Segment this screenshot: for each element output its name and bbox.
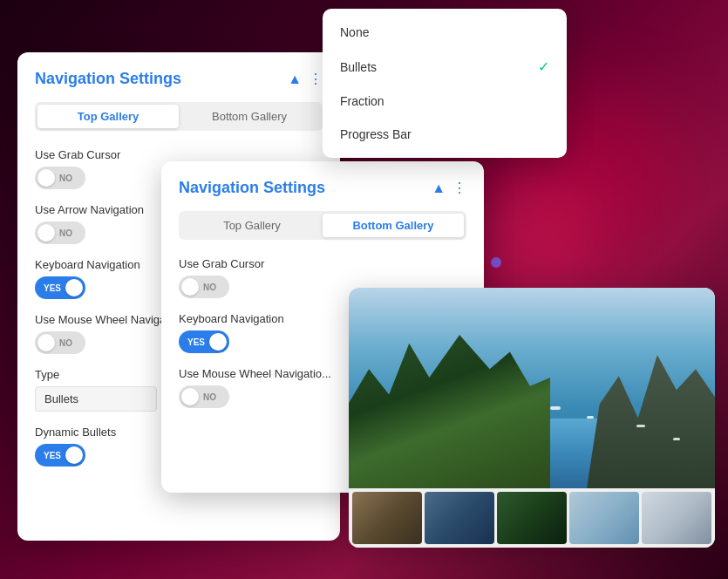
thumbnail-3[interactable] (497, 492, 567, 544)
panel-2-mousewheel-nav-knob (181, 388, 199, 405)
boat-2 (587, 416, 594, 419)
panel-2-grab-cursor-toggle-label: NO (198, 283, 221, 292)
panel-1-grab-cursor-label: Use Grab Cursor (35, 148, 323, 161)
panel-2-header: Navigation Settings ▲ ⋮ (179, 179, 466, 197)
panel-1-grab-cursor-knob (37, 169, 55, 187)
boat-4 (673, 438, 680, 440)
panel-1-tabs: Top Gallery Bottom Gallery (35, 102, 323, 131)
dropdown-item-none-label: None (340, 25, 369, 39)
panel-2-keyboard-nav-knob (209, 333, 227, 351)
panel-1-keyboard-nav-knob (65, 279, 83, 296)
gallery-main-image (349, 288, 715, 488)
panel-2-tab-top-gallery[interactable]: Top Gallery (181, 214, 323, 237)
purple-dot (491, 257, 501, 268)
panel-1-arrow-nav-toggle-label: NO (54, 228, 78, 238)
dropdown-item-progress-bar-label: Progress Bar (340, 127, 412, 141)
boat-1 (550, 406, 561, 410)
background-blob-2 (466, 174, 597, 305)
panel-1-dots-icon[interactable]: ⋮ (309, 71, 323, 87)
panel-2-grab-cursor-toggle[interactable]: NO (179, 276, 229, 298)
image-gallery-panel (349, 288, 715, 548)
dropdown-item-bullets-label: Bullets (340, 60, 377, 74)
panel-2-keyboard-nav-toggle-label: YES (182, 337, 210, 347)
panel-1-tab-bottom-gallery[interactable]: Bottom Gallery (179, 105, 320, 128)
panel-1-icons: ▲ ⋮ (288, 71, 323, 87)
panel-1-chevron-icon[interactable]: ▲ (288, 72, 302, 87)
dropdown-item-bullets[interactable]: Bullets ✓ (323, 49, 567, 85)
panel-2-mousewheel-nav-toggle[interactable]: NO (179, 385, 229, 408)
dropdown-check-icon: ✓ (538, 58, 549, 75)
panel-1-arrow-nav-toggle[interactable]: NO (35, 221, 85, 244)
panel-2-icons: ▲ ⋮ (432, 180, 466, 196)
panel-1-grab-cursor-toggle[interactable]: NO (35, 167, 85, 189)
panel-1-mousewheel-nav-toggle[interactable]: NO (35, 331, 85, 354)
dropdown-item-fraction-label: Fraction (340, 94, 384, 108)
gallery-thumbnails (349, 488, 715, 548)
dropdown-item-none[interactable]: None (323, 16, 567, 49)
panel-2-mousewheel-nav-toggle-label: NO (198, 392, 221, 402)
panel-1-dynamic-bullets-toggle[interactable]: YES (35, 444, 85, 467)
thumbnail-1[interactable] (352, 492, 422, 544)
panel-1-dynamic-bullets-toggle-label: YES (38, 451, 66, 460)
panel-1-dynamic-bullets-knob (65, 446, 83, 464)
cliff-left-layer (349, 318, 550, 489)
panel-2-dots-icon[interactable]: ⋮ (452, 180, 466, 196)
panel-1-mousewheel-nav-toggle-label: NO (54, 338, 78, 348)
thumbnail-2[interactable] (425, 492, 494, 544)
panel-1-grab-cursor-toggle-label: NO (54, 174, 78, 183)
panel-1-type-field[interactable]: Bullets (35, 386, 157, 412)
panel-2-grab-cursor-label: Use Grab Cursor (179, 257, 466, 270)
panel-2-grab-cursor-knob (181, 278, 199, 296)
dropdown-item-fraction[interactable]: Fraction (323, 85, 567, 118)
panel-1-arrow-nav-knob (37, 224, 55, 242)
dropdown-item-progress-bar[interactable]: Progress Bar (323, 118, 567, 151)
panel-2-keyboard-nav-toggle[interactable]: YES (179, 330, 229, 353)
panel-1-title: Navigation Settings (35, 70, 181, 88)
panel-1-keyboard-nav-toggle[interactable]: YES (35, 276, 85, 299)
thumbnail-5[interactable] (642, 492, 711, 544)
panel-2-title: Navigation Settings (179, 179, 325, 197)
panel-1-mousewheel-nav-knob (37, 334, 55, 351)
panel-2-chevron-icon[interactable]: ▲ (432, 181, 446, 196)
type-dropdown: None Bullets ✓ Fraction Progress Bar (323, 9, 567, 158)
thumbnail-4[interactable] (569, 492, 639, 544)
cliff-right-layer (587, 348, 715, 488)
panel-1-header: Navigation Settings ▲ ⋮ (35, 70, 323, 88)
boat-3 (636, 425, 645, 427)
panel-1-tab-top-gallery[interactable]: Top Gallery (37, 105, 179, 128)
panel-2-tab-bottom-gallery[interactable]: Bottom Gallery (323, 214, 464, 237)
panel-2-tabs: Top Gallery Bottom Gallery (179, 211, 466, 240)
panel-1-keyboard-nav-toggle-label: YES (38, 283, 66, 293)
